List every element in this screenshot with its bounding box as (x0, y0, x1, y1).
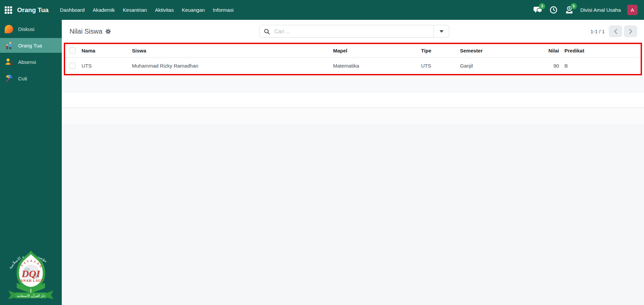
payments-notification-icon[interactable]: $ 5 (564, 6, 574, 14)
control-panel: Nilai Siswa (62, 20, 644, 43)
table-header-row: Nama Siswa Mapel Tipe Semester Nilai Pre… (65, 44, 641, 58)
discussion-bubble-icon (4, 25, 13, 34)
page-background (62, 108, 644, 305)
logo-tanah-laut-text: TANAH LAUT (18, 279, 44, 282)
sidebar-item-orang-tua[interactable]: Orang Tua (0, 38, 62, 53)
list-blank-strip (62, 92, 644, 108)
foundation-logo: مؤسسة التربية الاسلامية YAYASAN DQI TANA… (6, 244, 56, 304)
list-footer-strip (62, 75, 644, 92)
left-sidebar: Diskusi Orang Tua (0, 20, 62, 305)
cell-nama: UTS (80, 58, 131, 74)
cell-mapel: Matematika (332, 58, 420, 74)
nav-menu-dashboard[interactable]: Dashboard (56, 0, 89, 20)
page-title: Nilai Siswa (70, 28, 111, 35)
pager-range-text: 1-1 / 1 (590, 29, 605, 34)
activities-clock-icon[interactable] (549, 6, 558, 14)
column-header-nilai[interactable]: Nilai (534, 44, 561, 58)
pager-next-button[interactable] (624, 26, 637, 37)
nav-menu-keuangan[interactable]: Keuangan (178, 0, 209, 20)
navbar-menus: Dashboard Akademik Kesantrian Aktivitas … (56, 0, 238, 20)
table-row[interactable]: UTS Muhammad Rizky Ramadhan Matematika U… (65, 58, 641, 74)
nav-menu-akademik[interactable]: Akademik (89, 0, 119, 20)
logo-acronym-text: DQI (21, 268, 40, 279)
clock-icon (550, 6, 557, 14)
attendance-people-icon (4, 58, 13, 67)
payments-count-badge: 5 (570, 3, 577, 9)
parent-child-icon (4, 41, 13, 50)
sidebar-item-label: Orang Tua (18, 43, 42, 48)
column-header-tipe[interactable]: Tipe (420, 44, 459, 58)
column-header-siswa[interactable]: Siswa (131, 44, 332, 58)
cell-tipe: UTS (420, 58, 459, 74)
grades-table: Nama Siswa Mapel Tipe Semester Nilai Pre… (65, 44, 641, 74)
top-navbar: Orang Tua Dashboard Akademik Kesantrian … (0, 0, 644, 20)
cell-nilai: 90 (534, 58, 561, 74)
nav-menu-aktivitas[interactable]: Aktivitas (151, 0, 178, 20)
sidebar-item-label: Diskusi (18, 26, 34, 32)
app-brand-title: Orang Tua (17, 6, 49, 14)
page-title-text: Nilai Siswa (70, 28, 102, 35)
chevron-down-icon (440, 30, 444, 33)
sidebar-item-label: Cuti (18, 76, 27, 81)
annotation-highlight-box: Nama Siswa Mapel Tipe Semester Nilai Pre… (64, 43, 642, 75)
apps-grid-icon[interactable] (5, 6, 12, 14)
messages-icon[interactable]: 3 (533, 6, 542, 14)
sidebar-item-label: Absensi (18, 59, 36, 65)
nav-menu-informasi[interactable]: Informasi (209, 0, 238, 20)
sidebar-item-absensi[interactable]: Absensi (0, 54, 62, 69)
main-content: Nilai Siswa (62, 20, 644, 305)
umbrella-icon (4, 74, 13, 83)
column-header-predikat[interactable]: Predikat (561, 44, 641, 58)
user-menu-name[interactable]: Divisi Amal Usaha (580, 7, 621, 13)
cell-predikat: B (561, 58, 641, 74)
sidebar-item-cuti[interactable]: Cuti (0, 71, 62, 86)
cell-siswa: Muhammad Rizky Ramadhan (131, 58, 332, 74)
messages-count-badge: 3 (539, 3, 545, 9)
gear-icon[interactable] (105, 29, 111, 34)
search-options-toggle[interactable] (434, 25, 449, 38)
navbar-right: 3 $ 5 Divisi Amal Usaha A (533, 5, 644, 15)
pager-previous-button[interactable] (609, 26, 622, 37)
sidebar-item-diskusi[interactable]: Diskusi (0, 22, 62, 36)
chevron-right-icon (629, 28, 633, 34)
navbar-left: Orang Tua Dashboard Akademik Kesantrian … (0, 0, 238, 20)
row-checkbox[interactable] (69, 63, 76, 69)
select-all-checkbox[interactable] (69, 47, 76, 54)
search-field (259, 25, 434, 38)
search-input[interactable] (274, 25, 431, 38)
search-icon (264, 29, 270, 35)
pager: 1-1 / 1 (590, 26, 637, 37)
svg-text:$: $ (568, 7, 570, 10)
cell-semester: Ganjil (459, 58, 534, 74)
user-avatar[interactable]: A (627, 5, 638, 15)
column-header-semester[interactable]: Semester (459, 44, 534, 58)
chevron-left-icon (613, 28, 618, 34)
nav-menu-kesantrian[interactable]: Kesantrian (119, 0, 151, 20)
column-header-mapel[interactable]: Mapel (332, 44, 420, 58)
logo-arabic-banner-text: دار القرآن الاستقامة (17, 294, 45, 298)
app-window: Orang Tua Dashboard Akademik Kesantrian … (0, 0, 644, 305)
search-bar (259, 25, 449, 38)
column-header-nama[interactable]: Nama (80, 44, 131, 58)
